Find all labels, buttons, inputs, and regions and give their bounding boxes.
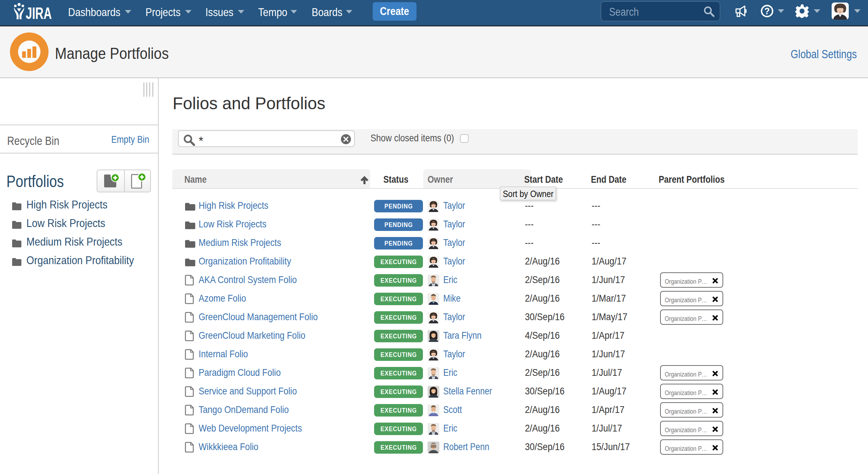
svg-text:JIRA: JIRA bbox=[26, 4, 52, 20]
svg-text:?: ? bbox=[764, 6, 770, 16]
